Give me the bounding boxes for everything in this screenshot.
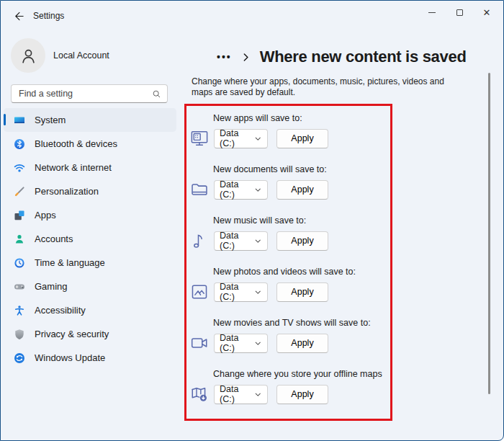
search-icon [152, 89, 161, 99]
section-label: New documents will save to: [213, 164, 327, 174]
apply-button[interactable]: Apply [276, 129, 328, 148]
window-title: Settings [33, 11, 64, 21]
apply-button[interactable]: Apply [276, 334, 328, 353]
apply-button[interactable]: Apply [276, 180, 328, 200]
apps-monitor-icon [188, 128, 211, 148]
sidebar-item-label: Personalization [35, 186, 99, 197]
sidebar-item-privacy-security[interactable]: Privacy & security [4, 322, 176, 346]
bluetooth-icon [14, 138, 25, 150]
selected-indicator [4, 114, 6, 125]
video-camera-icon [188, 333, 211, 353]
minimize-icon [428, 12, 436, 13]
sidebar-item-label: Gaming [35, 281, 68, 292]
sidebar-item-label: Time & language [35, 257, 105, 268]
back-button[interactable] [11, 9, 27, 23]
sidebar-item-personalization[interactable]: Personalization [4, 179, 176, 203]
sidebar-item-windows-update[interactable]: Windows Update [4, 346, 176, 370]
account-name: Local Account [53, 50, 109, 61]
sidebar-item-bluetooth[interactable]: Bluetooth & devices [4, 132, 176, 156]
accessibility-icon [14, 305, 25, 316]
drive-dropdown[interactable]: Data (C:) [214, 180, 268, 200]
drive-dropdown[interactable]: Data (C:) [214, 129, 268, 148]
annotation-highlight-box: New apps will save to: Data (C:) Apply N… [184, 104, 392, 421]
apply-button[interactable]: Apply [276, 282, 328, 302]
scrollbar-thumb[interactable] [488, 73, 490, 394]
breadcrumb-ellipsis-button[interactable]: ••• [217, 51, 232, 63]
drive-dropdown[interactable]: Data (C:) [214, 385, 268, 404]
system-icon [14, 115, 25, 126]
save-section-documents: New documents will save to: Data (C:) Ap… [186, 164, 390, 208]
breadcrumb: ••• Where new content is saved [217, 46, 467, 68]
section-label: New movies and TV shows will save to: [213, 318, 371, 328]
chevron-down-icon [254, 186, 262, 194]
sidebar-item-label: Bluetooth & devices [35, 138, 117, 149]
page-title: Where new content is saved [260, 48, 467, 66]
sidebar-item-label: Accessibility [35, 305, 86, 316]
shield-icon [14, 329, 25, 340]
person-avatar-icon [19, 46, 38, 66]
sidebar-item-label: Apps [35, 210, 56, 220]
section-label: Change where you store your offline maps [213, 369, 382, 379]
sidebar-item-label: Network & internet [35, 162, 112, 173]
chevron-down-icon [254, 237, 262, 245]
drive-dropdown-value: Data (C:) [220, 231, 254, 251]
chevron-right-icon [241, 53, 251, 62]
drive-dropdown-value: Data (C:) [220, 282, 254, 302]
update-icon [14, 352, 25, 364]
apps-icon [14, 210, 25, 221]
drive-dropdown[interactable]: Data (C:) [214, 231, 268, 251]
map-download-icon [188, 384, 211, 404]
save-section-apps: New apps will save to: Data (C:) Apply [186, 113, 390, 156]
sidebar-item-label: Windows Update [35, 352, 105, 363]
maximize-icon [456, 9, 463, 16]
network-icon [14, 162, 25, 174]
sidebar-item-time-language[interactable]: Time & language [4, 251, 176, 275]
minimize-button[interactable] [418, 1, 446, 24]
save-section-photos: New photos and videos will save to: Data… [186, 267, 390, 310]
clock-icon [14, 257, 25, 269]
section-label: New photos and videos will save to: [213, 267, 356, 277]
page-description: Change where your apps, documents, music… [192, 76, 467, 98]
drive-dropdown[interactable]: Data (C:) [214, 334, 268, 353]
sidebar-item-system[interactable]: System [4, 108, 176, 132]
drive-dropdown-value: Data (C:) [220, 179, 254, 200]
avatar [11, 38, 45, 73]
save-section-maps: Change where you store your offline maps… [186, 369, 390, 412]
window-controls: ✕ [418, 1, 500, 24]
sidebar-item-accessibility[interactable]: Accessibility [4, 298, 176, 322]
save-section-movies: New movies and TV shows will save to: Da… [186, 318, 390, 361]
sidebar-item-label: System [35, 115, 66, 125]
save-section-music: New music will save to: Data (C:) Apply [186, 215, 390, 259]
section-label: New apps will save to: [213, 113, 302, 123]
apply-button[interactable]: Apply [276, 385, 328, 404]
sidebar-item-accounts[interactable]: Accounts [4, 227, 176, 251]
chevron-down-icon [254, 288, 262, 296]
search-input[interactable] [17, 88, 152, 99]
chevron-down-icon [254, 339, 262, 347]
drive-dropdown-value: Data (C:) [220, 333, 254, 353]
gamepad-icon [14, 281, 25, 293]
search-box [11, 84, 168, 103]
back-arrow-icon [14, 11, 24, 22]
personalization-brush-icon [14, 186, 25, 197]
sidebar-nav: System Bluetooth & devices Network & int… [4, 108, 176, 370]
section-label: New music will save to: [213, 215, 306, 226]
close-icon: ✕ [483, 7, 491, 18]
drive-dropdown[interactable]: Data (C:) [214, 282, 268, 302]
drive-dropdown-value: Data (C:) [220, 128, 254, 148]
settings-window: Settings ✕ Local Account System [0, 0, 504, 441]
sidebar-item-gaming[interactable]: Gaming [4, 275, 176, 298]
sidebar-item-network[interactable]: Network & internet [4, 156, 176, 179]
music-note-icon [188, 231, 211, 251]
account-row[interactable]: Local Account [11, 38, 109, 73]
folder-icon [188, 179, 211, 200]
chevron-down-icon [254, 391, 262, 398]
drive-dropdown-value: Data (C:) [220, 384, 254, 404]
sidebar-item-label: Accounts [35, 233, 73, 244]
accounts-icon [14, 233, 25, 245]
photo-icon [188, 282, 211, 302]
sidebar-item-apps[interactable]: Apps [4, 203, 176, 227]
close-button[interactable]: ✕ [473, 1, 500, 24]
apply-button[interactable]: Apply [276, 231, 328, 251]
maximize-button[interactable] [446, 1, 473, 24]
